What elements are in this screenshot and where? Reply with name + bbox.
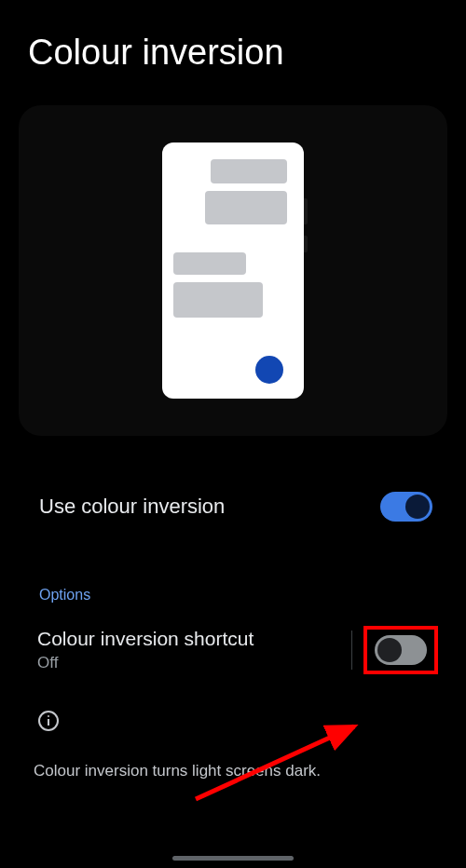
use-colour-inversion-toggle[interactable] <box>380 492 432 522</box>
chat-bubble <box>205 191 287 224</box>
colour-inversion-shortcut-row[interactable]: Colour inversion shortcut Off <box>0 613 466 687</box>
chat-bubble <box>173 282 263 318</box>
fab-dot <box>255 356 283 384</box>
use-colour-inversion-label: Use colour inversion <box>39 495 225 519</box>
phone-side-button-small <box>304 236 308 252</box>
vertical-divider <box>351 631 352 670</box>
toggle-thumb <box>377 638 402 662</box>
shortcut-status: Off <box>37 654 344 672</box>
phone-side-button <box>304 198 308 224</box>
chat-bubble <box>211 159 287 183</box>
page-title: Colour inversion <box>0 0 466 96</box>
use-colour-inversion-row[interactable]: Use colour inversion <box>0 473 466 540</box>
description-text: Colour inversion turns light screens dar… <box>0 745 466 780</box>
toggle-thumb <box>405 495 430 519</box>
info-icon-row <box>0 687 466 745</box>
chat-bubble <box>173 252 246 275</box>
info-icon <box>37 710 60 732</box>
shortcut-text-block: Colour inversion shortcut Off <box>37 628 344 672</box>
svg-point-2 <box>48 715 49 717</box>
annotation-highlight-box <box>363 626 438 674</box>
gesture-bar <box>172 856 294 861</box>
shortcut-title: Colour inversion shortcut <box>37 628 344 650</box>
options-section-header: Options <box>0 540 466 613</box>
phone-mockup <box>162 142 304 399</box>
shortcut-toggle[interactable] <box>375 635 427 665</box>
preview-illustration <box>19 105 447 436</box>
